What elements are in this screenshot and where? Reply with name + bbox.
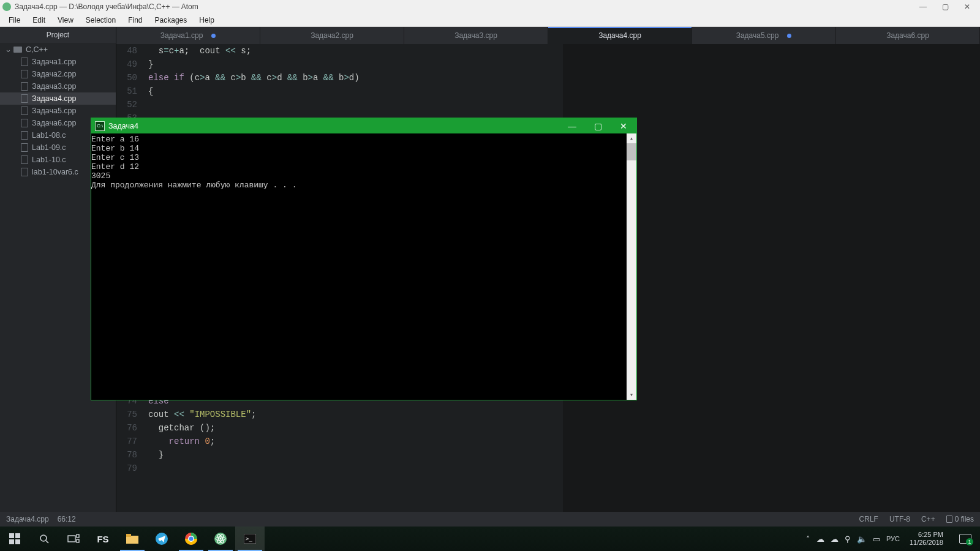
taskbar-app-atom[interactable] xyxy=(206,527,235,551)
tab[interactable]: Задача5.cpp xyxy=(692,27,836,44)
line-number: 77 xyxy=(116,435,137,448)
atom-titlebar: Задача4.cpp — D:\Володя учеба\Инфа\C,C++… xyxy=(0,0,980,13)
code-line: } xyxy=(148,58,980,71)
menubar: File Edit View Selection Find Packages H… xyxy=(0,13,980,27)
maximize-button[interactable]: ▢ xyxy=(940,2,951,11)
statusbar: Задача4.cpp 66:12 CRLF UTF-8 C++ 0 files xyxy=(0,512,980,527)
svg-point-20 xyxy=(220,538,222,540)
code-line xyxy=(148,462,980,475)
tray-battery-icon[interactable]: ▭ xyxy=(873,534,880,544)
file-icon xyxy=(21,94,28,103)
code-line: } xyxy=(148,448,980,462)
taskbar-app-fs[interactable]: FS xyxy=(88,527,118,551)
tray-date: 11/26/2018 xyxy=(910,539,943,547)
code-line: cout << "IMPOSSIBLE"; xyxy=(148,408,980,421)
svg-point-4 xyxy=(40,535,47,541)
tray-lang[interactable]: РУС xyxy=(886,535,900,542)
start-button[interactable] xyxy=(0,527,29,551)
line-number: 75 xyxy=(116,408,137,421)
scroll-thumb[interactable] xyxy=(627,143,636,160)
file-icon xyxy=(21,168,28,176)
tray-volume-icon[interactable]: 🔈 xyxy=(857,534,867,544)
code-line: s=c+a; cout << s; xyxy=(148,44,980,58)
console-maximize-button[interactable]: ▢ xyxy=(585,118,611,133)
tray-time: 6:25 PM xyxy=(910,531,943,539)
tree-folder[interactable]: ⌄ C,C++ xyxy=(0,43,116,56)
tray-clock[interactable]: 6:25 PM 11/26/2018 xyxy=(906,531,947,547)
close-button[interactable]: ✕ xyxy=(962,2,973,11)
status-lang[interactable]: C++ xyxy=(921,515,935,523)
svg-rect-10 xyxy=(126,534,131,537)
tree-file[interactable]: Задача4.cpp xyxy=(0,92,116,105)
console-titlebar[interactable]: C:\ Задача4 — ▢ ✕ xyxy=(91,118,636,133)
tab[interactable]: Задача3.cpp xyxy=(404,27,548,44)
taskview-button[interactable] xyxy=(59,527,88,551)
status-eol[interactable]: CRLF xyxy=(859,515,878,523)
line-number: 50 xyxy=(116,71,137,84)
tab-label: Задача4.cpp xyxy=(598,31,641,40)
file-icon xyxy=(21,143,28,152)
file-icon xyxy=(21,156,28,164)
code-line: getchar (); xyxy=(148,421,980,435)
window-title: Задача4.cpp — D:\Володя учеба\Инфа\C,C++… xyxy=(15,2,198,11)
menu-edit[interactable]: Edit xyxy=(26,15,51,26)
tree-file[interactable]: Задача2.cpp xyxy=(0,68,116,80)
svg-line-5 xyxy=(46,541,48,543)
menu-view[interactable]: View xyxy=(51,15,80,26)
tree-file[interactable]: Задача3.cpp xyxy=(0,80,116,92)
file-icon xyxy=(21,70,28,78)
menu-selection[interactable]: Selection xyxy=(80,15,122,26)
status-files[interactable]: 0 files xyxy=(946,515,974,523)
svg-rect-1 xyxy=(15,533,20,538)
svg-rect-8 xyxy=(77,539,79,542)
taskbar-app-telegram[interactable] xyxy=(147,527,176,551)
tray-onedrive-icon[interactable]: ☁ xyxy=(831,534,839,544)
console-output[interactable]: Enter a 16 Enter b 14 Enter c 13 Enter d… xyxy=(91,133,627,400)
tree-file[interactable]: Задача5.cpp xyxy=(0,105,116,117)
menu-file[interactable]: File xyxy=(2,15,26,26)
console-close-button[interactable]: ✕ xyxy=(611,118,636,133)
tree-file-label: Задача6.cpp xyxy=(32,119,77,127)
tab-label: Задача6.cpp xyxy=(886,31,929,40)
taskbar-app-explorer[interactable] xyxy=(118,527,147,551)
tree-file-label: Задача4.cpp xyxy=(32,94,77,103)
status-files-label: 0 files xyxy=(955,515,974,523)
tree-file-label: Задача2.cpp xyxy=(32,70,77,78)
tab[interactable]: Задача4.cpp xyxy=(548,27,692,44)
line-number: 79 xyxy=(116,462,137,475)
taskbar-app-chrome[interactable] xyxy=(176,527,206,551)
taskbar-app-cmd[interactable]: >_ xyxy=(235,527,265,551)
tab[interactable]: Задача6.cpp xyxy=(836,27,980,44)
tree-file-label: Задача3.cpp xyxy=(32,82,77,91)
tree-file-label: lab1-10var6.c xyxy=(32,168,78,176)
tray-chevron-up-icon[interactable]: ˄ xyxy=(806,534,810,544)
svg-rect-0 xyxy=(9,533,14,538)
tree-file-label: Lab1-08.c xyxy=(32,131,66,140)
tray-cloud-icon[interactable]: ☁ xyxy=(816,534,824,544)
line-number: 48 xyxy=(116,44,137,58)
status-pos[interactable]: 66:12 xyxy=(58,515,76,523)
line-number: 51 xyxy=(116,84,137,98)
search-button[interactable] xyxy=(29,527,59,551)
scroll-down-icon[interactable]: ▾ xyxy=(627,390,636,400)
tray-wifi-icon[interactable]: ⚲ xyxy=(845,534,851,544)
tray-notifications[interactable]: 1 xyxy=(953,527,978,551)
menu-help[interactable]: Help xyxy=(193,15,221,26)
console-scrollbar[interactable]: ▴ ▾ xyxy=(627,133,636,400)
atom-logo-icon xyxy=(2,2,11,11)
modified-dot-icon xyxy=(787,34,791,38)
console-minimize-button[interactable]: — xyxy=(559,118,585,133)
menu-packages[interactable]: Packages xyxy=(149,15,194,26)
minimize-button[interactable]: — xyxy=(918,2,929,11)
status-file[interactable]: Задача4.cpp xyxy=(6,515,49,523)
console-title: Задача4 xyxy=(108,122,559,130)
tab[interactable]: Задача2.cpp xyxy=(260,27,404,44)
status-enc[interactable]: UTF-8 xyxy=(889,515,910,523)
tab-label: Задача2.cpp xyxy=(311,31,353,40)
tree-file[interactable]: Задача1.cpp xyxy=(0,56,116,68)
menu-find[interactable]: Find xyxy=(122,15,148,26)
taskbar: FS >_ ˄ ☁ ☁ ⚲ 🔈 ▭ РУС 6:25 PM 11/26/2018… xyxy=(0,527,980,551)
tab[interactable]: Задача1.cpp xyxy=(116,27,260,44)
scroll-up-icon[interactable]: ▴ xyxy=(627,133,636,143)
svg-point-15 xyxy=(189,537,194,541)
